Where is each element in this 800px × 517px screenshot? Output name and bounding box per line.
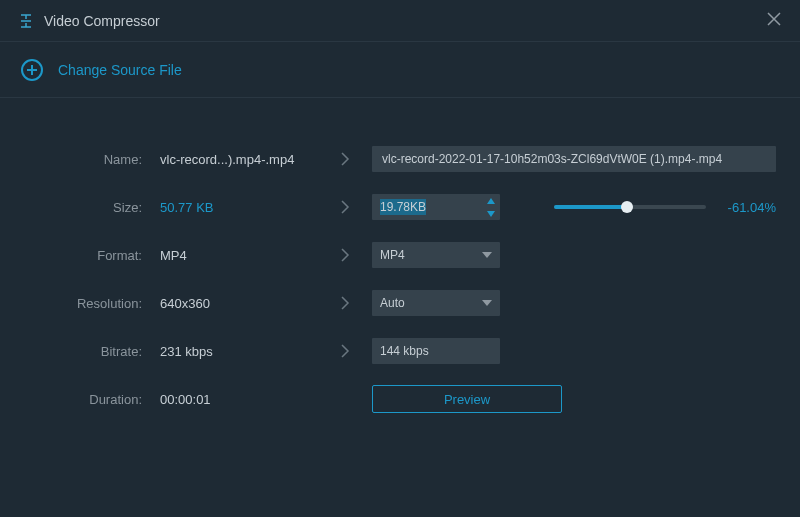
label-bitrate: Bitrate: — [24, 344, 160, 359]
row-bitrate: Bitrate: 231 kbps 144 kbps — [24, 338, 776, 364]
source-name: vlc-record...).mp4-.mp4 — [160, 152, 318, 167]
format-select[interactable]: MP4 — [372, 242, 500, 268]
size-slider-fill — [554, 205, 627, 209]
size-stepper-value[interactable]: 19.78KB — [372, 194, 482, 220]
row-resolution: Resolution: 640x360 Auto — [24, 290, 776, 316]
change-source-link[interactable]: Change Source File — [58, 62, 182, 78]
chevron-down-icon — [482, 252, 492, 258]
source-format: MP4 — [160, 248, 318, 263]
source-size: 50.77 KB — [160, 200, 318, 215]
dest-name-input[interactable]: vlc-record-2022-01-17-10h52m03s-ZCl69dVt… — [372, 146, 776, 172]
app-icon — [18, 13, 34, 29]
label-name: Name: — [24, 152, 160, 167]
row-duration: Duration: 00:00:01 Preview — [24, 386, 776, 412]
resolution-select-value: Auto — [380, 296, 482, 310]
size-slider-thumb[interactable] — [621, 201, 633, 213]
label-resolution: Resolution: — [24, 296, 160, 311]
dest-bitrate-input[interactable]: 144 kbps — [372, 338, 500, 364]
size-up-button[interactable] — [482, 194, 500, 207]
form: Name: vlc-record...).mp4-.mp4 vlc-record… — [0, 98, 800, 412]
row-format: Format: MP4 MP4 — [24, 242, 776, 268]
source-bitrate: 231 kbps — [160, 344, 318, 359]
label-format: Format: — [24, 248, 160, 263]
titlebar: Video Compressor — [0, 0, 800, 42]
size-down-button[interactable] — [482, 207, 500, 220]
add-icon[interactable] — [20, 58, 44, 82]
row-name: Name: vlc-record...).mp4-.mp4 vlc-record… — [24, 146, 776, 172]
size-slider-wrap: -61.04% — [500, 200, 776, 215]
arrow-icon — [318, 247, 372, 263]
chevron-down-icon — [482, 300, 492, 306]
size-percent: -61.04% — [720, 200, 776, 215]
label-size: Size: — [24, 200, 160, 215]
label-duration: Duration: — [24, 392, 160, 407]
arrow-icon — [318, 199, 372, 215]
format-select-value: MP4 — [380, 248, 482, 262]
arrow-icon — [318, 295, 372, 311]
window-title: Video Compressor — [44, 13, 762, 29]
row-size: Size: 50.77 KB 19.78KB -61.04% — [24, 194, 776, 220]
source-resolution: 640x360 — [160, 296, 318, 311]
preview-button[interactable]: Preview — [372, 385, 562, 413]
subheader: Change Source File — [0, 42, 800, 98]
size-stepper[interactable]: 19.78KB — [372, 194, 500, 220]
arrow-icon — [318, 151, 372, 167]
size-slider[interactable] — [554, 205, 706, 209]
source-duration: 00:00:01 — [160, 392, 318, 407]
arrow-icon — [318, 343, 372, 359]
resolution-select[interactable]: Auto — [372, 290, 500, 316]
close-button[interactable] — [762, 7, 786, 35]
